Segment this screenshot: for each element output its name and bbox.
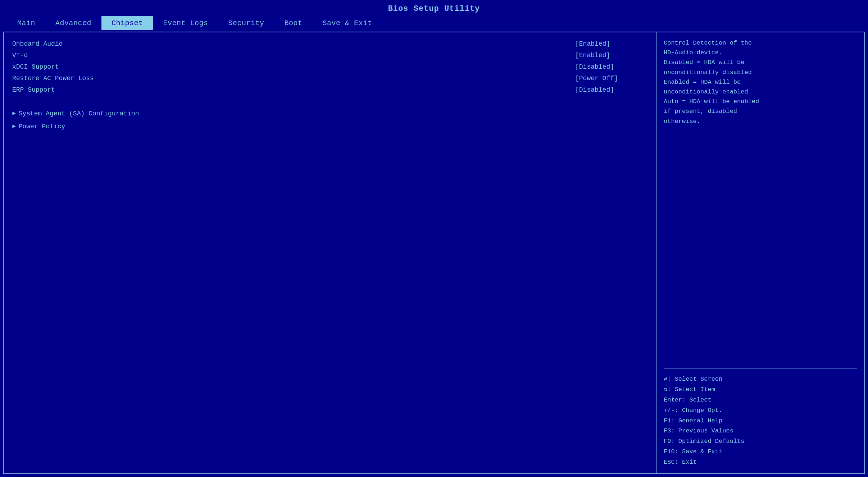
help-description: Control Detection of the HD-Audio device… (664, 38, 857, 362)
setting-label-erp: ERP Support (12, 86, 575, 93)
shortcut-change-opt: +/-: Change Opt. (664, 405, 857, 416)
setting-value-xdci: [Disabled] (575, 63, 647, 70)
divider (664, 368, 857, 368)
setting-value-erp: [Disabled] (575, 86, 647, 93)
shortcut-select-item: ⇅: Select Item (664, 385, 857, 395)
shortcuts-section: ⇄: Select Screen ⇅: Select Item Enter: S… (664, 374, 857, 468)
menu-bar: Main Advanced Chipset Event Logs Securit… (0, 16, 868, 30)
table-row[interactable]: Restore AC Power Loss [Power Off] (12, 73, 647, 84)
shortcut-f1: F1: General Help (664, 416, 857, 426)
setting-label-vtd: VT-d (12, 52, 575, 59)
menu-item-eventlogs[interactable]: Event Logs (153, 16, 218, 30)
shortcut-f10: F10: Save & Exit (664, 447, 857, 457)
title-bar: Bios Setup Utility (0, 0, 868, 16)
left-panel: Onboard Audio [Enabled] VT-d [Enabled] x… (3, 32, 656, 474)
app-title: Bios Setup Utility (388, 4, 480, 13)
arrow-icon: ► (12, 123, 16, 130)
shortcut-f9: F9: Optimized Defaults (664, 436, 857, 447)
content-area: Onboard Audio [Enabled] VT-d [Enabled] x… (3, 32, 865, 474)
setting-label-xdci: xDCI Support (12, 63, 575, 70)
menu-item-security[interactable]: Security (218, 16, 274, 30)
shortcut-enter: Enter: Select (664, 395, 857, 405)
right-panel: Control Detection of the HD-Audio device… (656, 32, 865, 474)
table-row[interactable]: xDCI Support [Disabled] (12, 61, 647, 73)
shortcut-f3: F3: Previous Values (664, 426, 857, 436)
setting-value-restore-ac: [Power Off] (575, 75, 647, 82)
menu-item-boot[interactable]: Boot (274, 16, 313, 30)
settings-group: Onboard Audio [Enabled] VT-d [Enabled] x… (12, 38, 647, 96)
menu-item-main[interactable]: Main (7, 16, 45, 30)
menu-item-advanced[interactable]: Advanced (45, 16, 101, 30)
menu-item-chipset[interactable]: Chipset (101, 16, 153, 30)
submenu-label-sa: System Agent (SA) Configuration (19, 110, 139, 117)
setting-label-onboard-audio: Onboard Audio (12, 40, 575, 47)
bios-screen: Bios Setup Utility Main Advanced Chipset… (0, 0, 868, 477)
table-row[interactable]: VT-d [Enabled] (12, 50, 647, 61)
submenu-label-power: Power Policy (19, 123, 65, 130)
setting-value-onboard-audio: [Enabled] (575, 40, 647, 47)
shortcut-esc: ESC: Exit (664, 457, 857, 468)
submenu-sa-config[interactable]: ► System Agent (SA) Configuration (12, 107, 647, 120)
arrow-icon: ► (12, 110, 16, 117)
table-row[interactable]: ERP Support [Disabled] (12, 84, 647, 96)
setting-value-vtd: [Enabled] (575, 52, 647, 59)
shortcut-select-screen: ⇄: Select Screen (664, 374, 857, 385)
table-row[interactable]: Onboard Audio [Enabled] (12, 38, 647, 50)
setting-label-restore-ac: Restore AC Power Loss (12, 75, 575, 82)
menu-item-saveexit[interactable]: Save & Exit (313, 16, 382, 30)
submenu-power-policy[interactable]: ► Power Policy (12, 120, 647, 133)
